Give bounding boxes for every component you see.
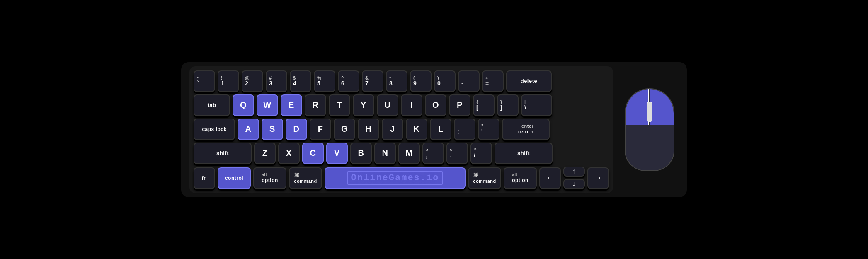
key-8[interactable]: *8 [386, 70, 407, 92]
key-2[interactable]: @2 [242, 70, 263, 92]
keyboard-wrapper: ~` !1 @2 #3 $4 %5 ^6 &7 [181, 62, 687, 197]
key-lbracket[interactable]: {[ [473, 94, 495, 116]
mouse [621, 84, 679, 175]
key-a[interactable]: A [238, 119, 259, 140]
key-capslock[interactable]: caps lock [194, 119, 235, 140]
key-shift-right[interactable]: shift [495, 143, 553, 164]
key-k[interactable]: K [406, 119, 427, 140]
key-n[interactable]: N [374, 143, 396, 164]
key-period[interactable]: >. [446, 143, 468, 164]
key-command-right[interactable]: ⌘ command [468, 167, 501, 189]
key-rbracket[interactable]: }] [497, 94, 519, 116]
key-q[interactable]: Q [233, 94, 254, 116]
key-alt-left[interactable]: alt option [253, 167, 286, 189]
key-b[interactable]: B [350, 143, 372, 164]
key-slash[interactable]: ?/ [470, 143, 492, 164]
key-arrow-left[interactable]: ← [539, 167, 561, 189]
key-arrow-down[interactable]: ↓ [563, 179, 585, 189]
mouse-body [625, 88, 674, 171]
key-r[interactable]: R [305, 94, 326, 116]
row-bottom: fn control alt option ⌘ command OnlineGa… [194, 167, 609, 189]
key-command-left[interactable]: ⌘ command [289, 167, 322, 189]
key-3[interactable]: #3 [266, 70, 287, 92]
key-5[interactable]: %5 [314, 70, 335, 92]
key-y[interactable]: Y [353, 94, 374, 116]
key-0[interactable]: )0 [434, 70, 456, 92]
key-tab[interactable]: tab [194, 94, 230, 116]
key-w[interactable]: W [257, 94, 278, 116]
key-c[interactable]: C [302, 143, 324, 164]
key-z[interactable]: Z [254, 143, 276, 164]
key-v[interactable]: V [326, 143, 348, 164]
key-i[interactable]: I [401, 94, 422, 116]
key-d[interactable]: D [286, 119, 307, 140]
key-control[interactable]: control [218, 167, 251, 189]
mouse-left-button[interactable] [626, 89, 649, 126]
key-semicolon[interactable]: :; [454, 119, 475, 140]
key-h[interactable]: H [358, 119, 379, 140]
key-4[interactable]: $4 [290, 70, 311, 92]
mouse-scroll-wheel[interactable] [647, 102, 652, 122]
key-enter[interactable]: enter return [502, 119, 550, 140]
row-zxcv: shift Z X C V B N M <, >. ?/ shift [194, 143, 609, 164]
key-quote[interactable]: "' [478, 119, 499, 140]
key-m[interactable]: M [398, 143, 420, 164]
key-delete[interactable]: delete [506, 70, 552, 92]
key-x[interactable]: X [278, 143, 300, 164]
mouse-right-button[interactable] [650, 89, 674, 126]
key-7[interactable]: &7 [362, 70, 383, 92]
row-qwerty: tab Q W E R T Y U I O P {[ }] |\ [194, 94, 609, 116]
key-backslash[interactable]: |\ [521, 94, 552, 116]
key-g[interactable]: G [334, 119, 355, 140]
keyboard: ~` !1 @2 #3 $4 %5 ^6 &7 [189, 66, 613, 193]
key-p[interactable]: P [449, 94, 470, 116]
key-arrow-up[interactable]: ↑ [563, 167, 585, 177]
logo-text: OnlineGames.io [347, 171, 444, 185]
mouse-bottom [626, 125, 674, 170]
row-asdf: caps lock A S D F G H J K L :; "' enter … [194, 119, 609, 140]
key-arrow-right[interactable]: → [587, 167, 609, 189]
key-comma[interactable]: <, [422, 143, 444, 164]
row-number: ~` !1 @2 #3 $4 %5 ^6 &7 [194, 70, 609, 92]
key-minus[interactable]: _- [458, 70, 480, 92]
key-space[interactable]: OnlineGames.io [325, 167, 466, 189]
key-l[interactable]: L [430, 119, 451, 140]
key-alt-right[interactable]: alt option [504, 167, 537, 189]
key-e[interactable]: E [281, 94, 302, 116]
key-equal[interactable]: += [482, 70, 504, 92]
key-s[interactable]: S [262, 119, 283, 140]
key-f[interactable]: F [310, 119, 331, 140]
key-o[interactable]: O [425, 94, 446, 116]
key-1[interactable]: !1 [218, 70, 239, 92]
key-tilde[interactable]: ~` [194, 70, 215, 92]
key-fn[interactable]: fn [194, 167, 215, 189]
key-shift-left[interactable]: shift [194, 143, 252, 164]
key-t[interactable]: T [329, 94, 350, 116]
key-6[interactable]: ^6 [338, 70, 359, 92]
key-j[interactable]: J [382, 119, 403, 140]
key-9[interactable]: (9 [410, 70, 432, 92]
key-u[interactable]: U [377, 94, 398, 116]
